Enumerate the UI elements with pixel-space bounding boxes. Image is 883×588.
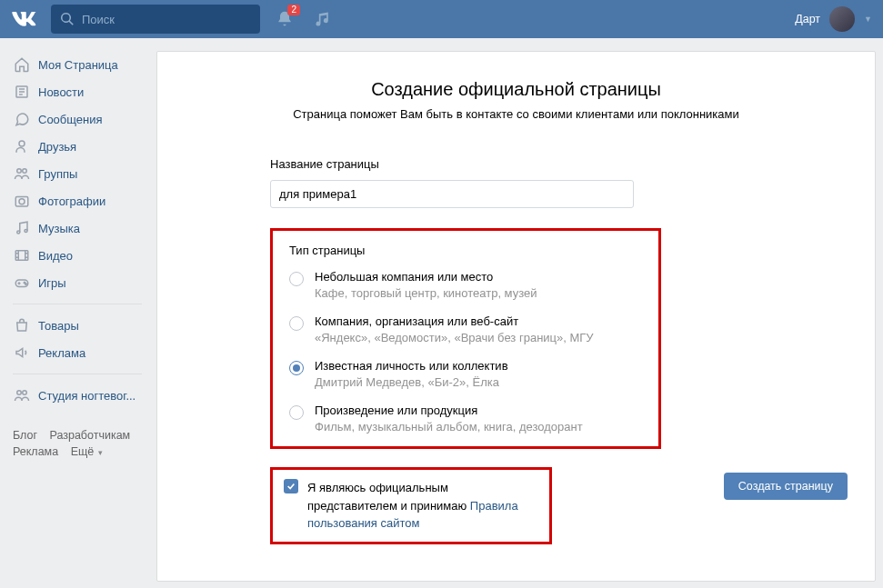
main-panel: Создание официальной страницы Страница п… — [156, 51, 876, 582]
page-subtitle: Страница поможет Вам быть в контакте со … — [157, 107, 875, 121]
photo-icon — [13, 193, 31, 209]
home-icon — [13, 56, 31, 73]
radio-option-product[interactable]: Произведение или продукция Фильм, музыка… — [289, 404, 642, 434]
music-button[interactable] — [306, 0, 340, 38]
footer-link-more[interactable]: Ещё ▾ — [71, 445, 103, 458]
sidebar-item-groups[interactable]: Группы — [7, 160, 147, 187]
sidebar-item-label: Реклама — [38, 346, 85, 360]
svg-point-7 — [25, 230, 27, 233]
sidebar-item-label: Товары — [38, 319, 79, 333]
radio-option-person[interactable]: Известная личность или коллектив Дмитрий… — [289, 359, 642, 389]
radio-circle — [289, 272, 304, 286]
radio-option-small-company[interactable]: Небольшая компания или место Кафе, торго… — [289, 270, 642, 300]
confirm-text: Я являюсь официальным представителем и п… — [307, 479, 538, 533]
music-icon — [314, 10, 332, 28]
left-sidebar: Моя Страница Новости Сообщения Друзья Гр… — [7, 51, 156, 582]
svg-rect-8 — [15, 251, 28, 261]
notifications-button[interactable]: 2 — [267, 0, 302, 38]
sidebar-item-friends[interactable]: Друзья — [7, 133, 147, 160]
radio-title: Известная личность или коллектив — [315, 359, 508, 373]
svg-point-6 — [17, 231, 20, 234]
footer-link-developers[interactable]: Разработчикам — [50, 429, 131, 442]
sidebar-item-label: Игры — [38, 276, 66, 290]
svg-point-13 — [23, 391, 27, 395]
svg-point-11 — [25, 284, 27, 285]
radio-circle — [289, 316, 304, 331]
sidebar-item-video[interactable]: Видео — [7, 242, 147, 269]
sidebar-item-label: Видео — [38, 249, 73, 263]
market-icon — [13, 317, 31, 334]
sidebar-item-my-page[interactable]: Моя Страница — [7, 51, 147, 78]
sidebar-item-label: Друзья — [38, 140, 76, 154]
message-icon — [13, 111, 31, 127]
notification-badge: 2 — [287, 5, 300, 15]
sidebar-item-music[interactable]: Музыка — [7, 214, 147, 242]
sidebar-item-label: Сообщения — [38, 113, 103, 126]
confirm-checkbox[interactable] — [284, 479, 298, 493]
radio-desc: Дмитрий Медведев, «Би-2», Ёлка — [315, 375, 508, 389]
radio-option-company[interactable]: Компания, организация или веб-сайт «Янде… — [289, 314, 642, 344]
news-icon — [13, 84, 31, 100]
ads-icon — [13, 344, 31, 361]
vk-logo[interactable] — [11, 12, 38, 26]
svg-point-1 — [19, 141, 25, 146]
friend-icon — [13, 138, 31, 154]
radio-circle — [289, 405, 304, 420]
groups-icon — [13, 165, 31, 182]
sidebar-item-photos[interactable]: Фотографии — [7, 187, 147, 214]
create-page-button[interactable]: Создать страницу — [724, 473, 848, 500]
chevron-down-icon: ▼ — [864, 15, 872, 24]
sidebar-item-label: Моя Страница — [38, 58, 118, 72]
sidebar-item-messages[interactable]: Сообщения — [7, 105, 147, 133]
sidebar-item-games[interactable]: Игры — [7, 269, 147, 296]
svg-point-2 — [17, 169, 22, 174]
svg-point-3 — [23, 169, 27, 174]
music-icon — [13, 220, 31, 236]
top-header: 2 Дарт ▼ — [0, 0, 883, 38]
radio-desc: Фильм, музыкальный альбом, книга, дезодо… — [315, 420, 583, 434]
group-icon — [13, 387, 31, 404]
svg-point-5 — [19, 199, 25, 204]
sidebar-item-label: Музыка — [38, 222, 80, 235]
radio-circle — [289, 361, 304, 375]
separator — [13, 374, 142, 374]
radio-title: Произведение или продукция — [315, 404, 583, 417]
search-icon — [60, 12, 75, 26]
name-label: Название страницы — [270, 157, 848, 171]
footer-link-ads[interactable]: Реклама — [13, 445, 58, 458]
radio-desc: Кафе, торговый центр, кинотеатр, музей — [315, 286, 537, 300]
sidebar-item-label: Новости — [38, 85, 84, 99]
svg-point-12 — [17, 391, 22, 395]
chevron-down-icon: ▾ — [95, 448, 103, 457]
sidebar-item-ads[interactable]: Реклама — [7, 339, 147, 366]
video-icon — [13, 247, 31, 264]
game-icon — [13, 274, 31, 291]
search-container — [51, 5, 260, 34]
type-label: Тип страницы — [289, 244, 642, 257]
sidebar-item-label: Студия ногтевог... — [38, 389, 135, 403]
separator — [13, 304, 142, 304]
search-input[interactable] — [51, 5, 260, 34]
radio-desc: «Яндекс», «Ведомости», «Врачи без границ… — [315, 331, 594, 344]
sidebar-item-studio[interactable]: Студия ногтевог... — [7, 382, 147, 409]
footer-link-blog[interactable]: Блог — [13, 429, 37, 442]
sidebar-item-label: Группы — [38, 167, 77, 181]
page-type-block: Тип страницы Небольшая компания или мест… — [270, 228, 661, 449]
username-label: Дарт — [795, 13, 820, 25]
page-title: Создание официальной страницы — [157, 79, 875, 100]
check-icon — [286, 482, 296, 491]
sidebar-item-news[interactable]: Новости — [7, 78, 147, 105]
confirm-block: Я являюсь официальным представителем и п… — [270, 467, 552, 544]
page-name-input[interactable] — [270, 180, 634, 208]
sidebar-item-label: Фотографии — [38, 194, 105, 208]
sidebar-item-market[interactable]: Товары — [7, 312, 147, 339]
radio-title: Компания, организация или веб-сайт — [315, 314, 594, 328]
user-menu[interactable]: Дарт ▼ — [795, 6, 872, 32]
footer-links: Блог Разработчикам Реклама Ещё ▾ — [7, 429, 147, 462]
avatar — [829, 6, 855, 32]
radio-title: Небольшая компания или место — [315, 270, 537, 284]
